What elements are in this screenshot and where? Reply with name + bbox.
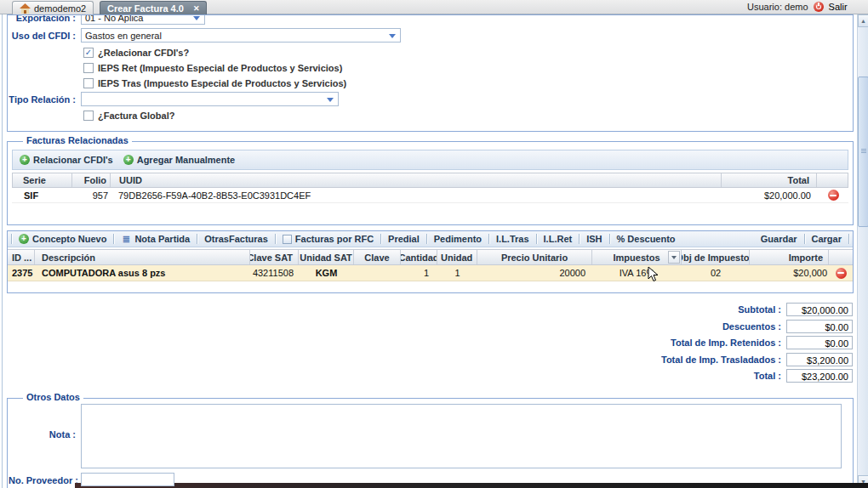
ieps-tras-checkbox[interactable]: IEPS Tras (Impuesto Especial de Producto… <box>83 77 346 88</box>
factura-relacionada-row[interactable]: SIF 957 79DB2656-F59A-40B2-8B53-E0C3931D… <box>12 188 848 203</box>
chevron-down-icon <box>327 98 334 102</box>
logout-button[interactable]: Salir <box>829 2 848 12</box>
exportacion-label: Exportación : <box>9 14 76 23</box>
il-ret-button[interactable]: I.L.Ret <box>539 234 578 244</box>
column-header-uuid[interactable]: UUID <box>111 173 722 187</box>
mouse-cursor <box>648 266 659 282</box>
descuentos-label: Descuentos : <box>511 321 781 332</box>
concepto-nuevo-label: Concepto Nuevo <box>32 234 106 244</box>
descuento-button[interactable]: % Descuento <box>612 234 681 244</box>
chevron-down-icon <box>671 256 677 259</box>
relacionar-cfdis-button[interactable]: + Relacionar CFDI's <box>14 155 118 165</box>
il-tras-button[interactable]: I.L.Tras <box>491 234 534 244</box>
toolbar-separator <box>579 234 580 244</box>
pedimento-button[interactable]: Pedimento <box>429 234 487 244</box>
il-tras-label: I.L.Tras <box>496 234 529 244</box>
relacionar-cfdis-button-label: Relacionar CFDI's <box>33 155 113 165</box>
column-menu-button[interactable] <box>668 251 680 264</box>
concepto-row[interactable]: 2375 COMPUTADORA asus 8 pzs 43211508 KGM… <box>8 265 853 281</box>
conceptos-grid-header: ID ... Descripción Clave SAT Unidad SAT … <box>8 249 853 265</box>
checkbox-icon[interactable] <box>83 78 94 88</box>
nota-textarea[interactable] <box>81 404 842 468</box>
cell-descripcion: COMPUTADORA asus 8 pzs <box>35 265 250 281</box>
subtotal-label: Subtotal : <box>511 304 781 315</box>
guardar-button[interactable]: Guardar <box>756 234 802 244</box>
no-proveedor-input[interactable] <box>81 473 174 486</box>
remove-icon[interactable] <box>828 190 839 201</box>
tipo-relacion-label: Tipo Relación : <box>9 94 76 105</box>
tab-crear-factura-label: Crear Factura 4.0 <box>107 3 184 14</box>
column-header-impuestos[interactable]: Impuestos <box>592 250 682 264</box>
nota-partida-button[interactable]: ≣ Nota Partida <box>116 234 195 244</box>
column-header-id[interactable]: ID ... <box>8 250 35 264</box>
column-header-unidad-sat[interactable]: Unidad SAT <box>299 250 354 264</box>
cargar-button[interactable]: Cargar <box>807 234 847 244</box>
relacionar-cfdis-checkbox[interactable]: ¿Relacionar CFDI's? <box>83 47 189 58</box>
toolbar-separator <box>113 234 114 244</box>
agregar-manualmente-button[interactable]: + Agregar Manualmente <box>118 155 241 165</box>
concepto-nuevo-button[interactable]: + Concepto Nuevo <box>14 234 111 244</box>
descuentos-field[interactable]: $0.00 <box>786 320 853 333</box>
chevron-down-icon <box>389 34 396 38</box>
toolbar-separator <box>804 234 805 244</box>
checkbox-icon <box>283 235 292 244</box>
pedimento-label: Pedimento <box>434 234 482 244</box>
column-header-unidad[interactable]: Unidad <box>437 250 477 264</box>
cell-impuestos: IVA 16% <box>592 265 682 281</box>
list-icon: ≣ <box>121 234 131 244</box>
cell-unidad: 1 <box>437 265 477 281</box>
column-header-precio-unitario[interactable]: Precio Unitario <box>477 250 592 264</box>
exportacion-select[interactable]: 01 - No Aplica <box>81 14 205 25</box>
exportacion-value: 01 - No Aplica <box>85 14 143 23</box>
checkbox-checked-icon[interactable] <box>83 48 94 58</box>
column-header-serie[interactable]: Serie <box>13 173 72 187</box>
column-header-clave-sat[interactable]: Clave SAT <box>250 250 299 264</box>
facturas-por-rfc-button[interactable]: Facturas por RFC <box>277 234 379 244</box>
user-label: Usuario: demo <box>747 2 808 12</box>
imp-trasladados-field[interactable]: $3,200.00 <box>786 353 853 366</box>
uso-cfdi-select[interactable]: Gastos en general <box>81 28 401 43</box>
column-header-actions <box>817 173 848 187</box>
cell-total: $20,000.00 <box>722 188 818 202</box>
checkbox-icon[interactable] <box>83 63 94 73</box>
impuestos-header-label: Impuestos <box>613 253 660 263</box>
conceptos-panel: + Concepto Nuevo ≣ Nota Partida OtrasFac… <box>7 230 854 293</box>
total-field[interactable]: $23,200.00 <box>786 369 853 383</box>
bottom-dark-strip <box>75 483 868 488</box>
cargar-label: Cargar <box>812 234 842 244</box>
toolbar-separator <box>488 234 489 244</box>
cell-clave <box>354 265 401 281</box>
cell-precio-unitario: 20000 <box>477 265 592 281</box>
column-header-total[interactable]: Total <box>722 173 817 187</box>
relacionar-cfdis-label: ¿Relacionar CFDI's? <box>98 48 189 58</box>
otras-facturas-label: OtrasFacturas <box>204 234 268 244</box>
checkbox-icon[interactable] <box>83 111 94 121</box>
factura-global-label: ¿Factura Global? <box>98 111 174 121</box>
imp-retenidos-field[interactable]: $0.00 <box>786 336 853 349</box>
toolbar-separator <box>275 234 276 244</box>
column-header-cantidad[interactable]: Cantidad <box>401 250 437 264</box>
vertical-scrollbar[interactable]: ▲ ▼ <box>857 14 868 488</box>
column-header-obj-impuestos[interactable]: Obj de Impuestos <box>682 250 750 264</box>
facturas-por-rfc-label: Facturas por RFC <box>295 234 374 244</box>
column-header-descripcion[interactable]: Descripción <box>35 250 250 264</box>
descuento-label: % Descuento <box>617 234 676 244</box>
ieps-ret-checkbox[interactable]: IEPS Ret (Impuesto Especial de Productos… <box>83 62 342 73</box>
tab-home[interactable]: demodemo2 <box>12 1 94 14</box>
column-header-importe[interactable]: Importe <box>750 250 829 264</box>
close-tab-icon[interactable]: ✕ <box>193 4 200 13</box>
scroll-up-button[interactable]: ▲ <box>858 14 868 27</box>
power-icon[interactable] <box>814 2 824 12</box>
tab-crear-factura[interactable]: Crear Factura 4.0 ✕ <box>100 1 207 14</box>
predial-button[interactable]: Predial <box>383 234 425 244</box>
remove-icon[interactable] <box>836 268 847 279</box>
tipo-relacion-select[interactable] <box>81 92 339 106</box>
otras-facturas-button[interactable]: OtrasFacturas <box>199 234 273 244</box>
subtotal-field[interactable]: $20,000.00 <box>786 303 853 316</box>
factura-global-checkbox[interactable]: ¿Factura Global? <box>83 110 174 121</box>
column-header-folio[interactable]: Folio <box>72 173 111 187</box>
column-header-clave[interactable]: Clave <box>354 250 401 264</box>
cell-obj-impuestos: 02 <box>682 265 750 281</box>
ish-button[interactable]: ISH <box>581 234 607 244</box>
scrollbar-thumb[interactable] <box>858 77 868 227</box>
